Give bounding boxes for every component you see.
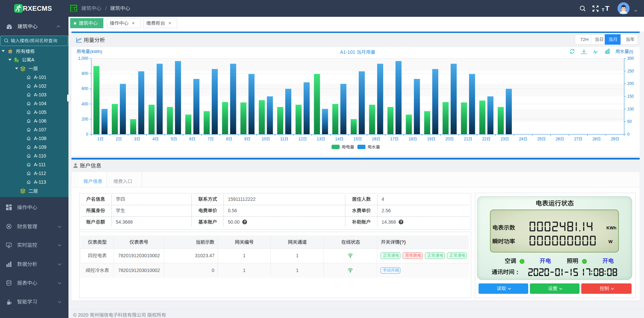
svg-text:W: W (608, 239, 613, 244)
svg-text:KWh: KWh (606, 225, 616, 230)
svg-text:：: ： (514, 269, 520, 275)
svg-text:© 2020: © 2020 (73, 312, 89, 318)
